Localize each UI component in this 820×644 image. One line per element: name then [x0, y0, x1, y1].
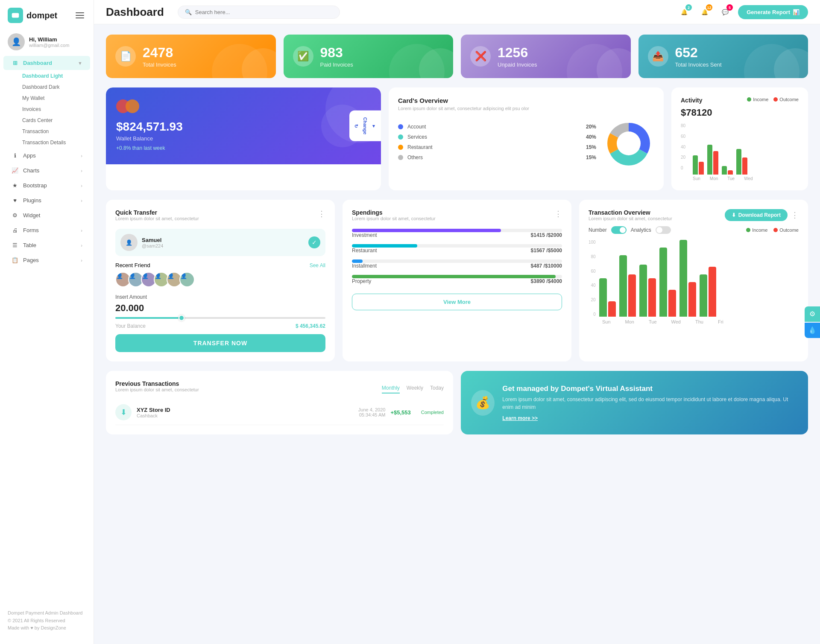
pt-tab-monthly[interactable]: Monthly	[382, 385, 400, 393]
contact-info: Samuel @sam224	[142, 237, 163, 248]
pt-tab-today[interactable]: Today	[430, 385, 444, 393]
sidebar-item-widget[interactable]: ⚙ Widget	[3, 208, 90, 222]
message-badge: 5	[726, 4, 733, 11]
wallet-card: $824,571.93 Wallet Balance +0.8% than la…	[106, 87, 381, 164]
submenu-dashboard-dark[interactable]: Dashboard Dark	[19, 82, 94, 93]
sidebar-item-apps[interactable]: ℹ Apps ›	[3, 149, 90, 163]
plugins-label: Plugins	[23, 197, 41, 204]
amount-section: Insert Amount 20.000 Your Balance $ 456,…	[115, 294, 325, 329]
wallet-change-button[interactable]: ↻ Change ▾	[349, 111, 381, 141]
contact-name: Samuel	[142, 237, 163, 243]
hamburger-menu[interactable]	[74, 11, 86, 20]
chevron-right-icon6: ›	[81, 243, 82, 248]
sidebar-item-dashboard[interactable]: ⊞ Dashboard ▼	[3, 56, 90, 70]
tx-date: June 4, 2020	[358, 407, 386, 412]
amount-value: 20.000	[115, 303, 325, 314]
tx-name: XYZ Store ID	[137, 407, 353, 413]
submenu-transaction-details[interactable]: Transaction Details	[19, 137, 94, 148]
bell-badge: 2	[685, 4, 692, 11]
submenu-transaction[interactable]: Transaction	[19, 126, 94, 137]
to-title-area: Transaction Overview Lorem ipsum dolor s…	[589, 209, 672, 221]
investment-header: Investment $1415 /$2000	[352, 232, 562, 238]
sidebar-item-plugins[interactable]: ♥ Plugins ›	[3, 193, 90, 207]
spendings-desc: Lorem ipsum dolor sit amet, consectetur	[352, 216, 436, 221]
to-menu[interactable]: ⋮	[791, 210, 799, 220]
va-learn-more-link[interactable]: Learn more >>	[502, 415, 538, 421]
table-icon: ☰	[11, 242, 19, 248]
palette-icon: 💧	[808, 326, 817, 334]
tx-time: 05:34:45 AM	[358, 412, 386, 417]
chevron-right-icon7: ›	[81, 258, 82, 263]
message-btn[interactable]: 💬 5	[718, 4, 733, 20]
heart-icon: ♥	[11, 197, 19, 204]
submenu-invoices[interactable]: Invoices	[19, 104, 94, 115]
forms-icon: 🖨	[11, 227, 19, 233]
contact-handle: @sam224	[142, 243, 163, 248]
property-label: Property	[352, 278, 371, 284]
x-circle-icon: ❌	[470, 46, 491, 67]
sidebar-item-table[interactable]: ☰ Table ›	[3, 238, 90, 252]
to-legend: Income Outcome	[746, 227, 799, 233]
apps-label: Apps	[23, 152, 36, 159]
to-outcome-dot	[773, 228, 778, 232]
prev-tx-card: Previous Transactions Lorem ipsum dolor …	[106, 371, 453, 434]
header: Dashboard 🔍 🔔 2 🔔 12 💬 5 Generate Report…	[94, 0, 820, 24]
cards-overview-desc: Lorem ipsum dolor sit amet, consectetur …	[398, 106, 654, 111]
see-all-link[interactable]: See All	[310, 262, 325, 268]
notification-btn[interactable]: 🔔 12	[697, 4, 712, 20]
search-input[interactable]	[195, 9, 333, 15]
balance-row: Your Balance $ 456,345.62	[115, 323, 325, 329]
to-title: Transaction Overview	[589, 209, 672, 216]
change-label: Change	[363, 117, 368, 134]
footer-app-title: Dompet Payment Admin Dashboard	[8, 609, 86, 617]
submenu-dashboard-light[interactable]: Dashboard Light	[19, 70, 94, 82]
settings-side-btn[interactable]: ⚙	[805, 306, 820, 322]
footer-copyright: © 2021 All Rights Reserved	[8, 617, 86, 625]
amount-slider[interactable]	[115, 317, 325, 319]
chevron-right-icon: ›	[81, 153, 82, 158]
header-icons: 🔔 2 🔔 12 💬 5 Generate Report 📊	[676, 4, 808, 20]
sidebar-item-pages[interactable]: 📋 Pages ›	[3, 253, 90, 267]
property-amount: $3890 /$4000	[531, 278, 562, 284]
bell-btn[interactable]: 🔔 2	[676, 4, 692, 20]
sidebar-item-forms[interactable]: 🖨 Forms ›	[3, 223, 90, 237]
selected-contact[interactable]: 👤 Samuel @sam224 ✓	[115, 229, 325, 256]
to-income-legend: Income	[746, 227, 767, 233]
stat-info-total: 2478 Total Invoices	[143, 45, 176, 68]
analytics-label: Analytics	[631, 227, 651, 233]
sidebar-item-charts[interactable]: 📈 Charts ›	[3, 163, 90, 178]
bar-group-mon	[707, 145, 718, 175]
pages-label: Pages	[23, 257, 39, 263]
download-report-button[interactable]: ⬇ Download Report	[725, 209, 788, 221]
overview-label-account: Account	[407, 124, 582, 130]
color-side-btn[interactable]: 💧	[805, 323, 820, 338]
number-toggle[interactable]	[611, 226, 627, 234]
spending-installment: Installment $487 /$10000	[352, 259, 562, 269]
transfer-now-button[interactable]: TRANSFER NOW	[115, 334, 325, 352]
quick-transfer-menu[interactable]: ⋮	[318, 209, 325, 219]
installment-bar	[352, 259, 562, 263]
overview-label-others: Others	[407, 154, 582, 160]
quick-transfer-card: Quick Transfer Lorem ipsum dolor sit ame…	[106, 200, 335, 361]
outcome-label: Outcome	[779, 97, 799, 102]
bottom-row: Quick Transfer Lorem ipsum dolor sit ame…	[106, 200, 808, 361]
download-label: Download Report	[738, 212, 781, 218]
forms-label: Forms	[23, 227, 39, 233]
generate-report-button[interactable]: Generate Report 📊	[738, 5, 808, 19]
number-label: Number	[589, 227, 607, 233]
spendings-menu[interactable]: ⋮	[554, 209, 562, 219]
outcome-dot	[773, 97, 778, 102]
dot-gray	[398, 155, 403, 160]
friend-6[interactable]: 👤	[179, 272, 195, 287]
settings-icon: ⚙	[809, 310, 815, 318]
analytics-toggle[interactable]	[656, 226, 671, 234]
sidebar-item-bootstrap[interactable]: ★ Bootstrap ›	[3, 178, 90, 192]
sidebar: dompet 👤 Hi, William william@gmail.com ⊞…	[0, 0, 94, 644]
submenu-cards-center[interactable]: Cards Center	[19, 115, 94, 126]
quick-transfer-title: Quick Transfer	[115, 209, 199, 216]
submenu-my-wallet[interactable]: My Wallet	[19, 93, 94, 104]
pt-tab-weekly[interactable]: Weekly	[407, 385, 423, 393]
total-sent-number: 652	[675, 45, 722, 61]
property-fill	[352, 275, 556, 278]
view-more-button[interactable]: View More	[352, 294, 562, 310]
